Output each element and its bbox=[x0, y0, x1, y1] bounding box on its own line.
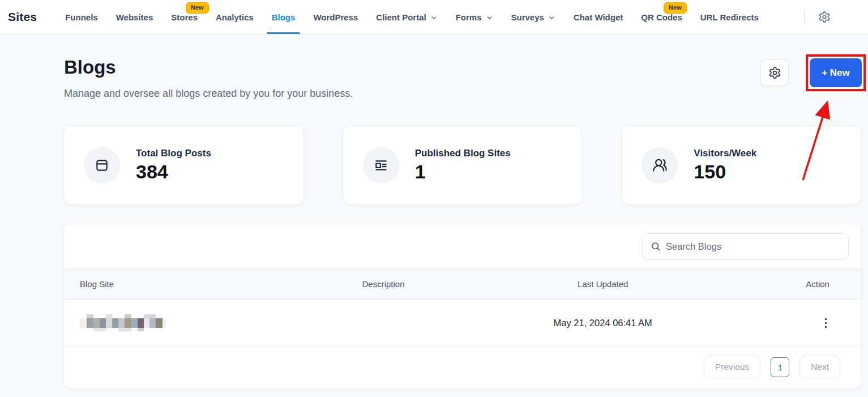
nav-item-analytics[interactable]: Analytics bbox=[216, 0, 254, 34]
stat-card-published-blog-sites: Published Blog Sites 1 bbox=[343, 125, 583, 205]
page-number-button[interactable]: 1 bbox=[771, 357, 789, 377]
pagination: Previous 1 Next bbox=[64, 345, 862, 389]
nav-item-surveys[interactable]: Surveys bbox=[511, 0, 555, 34]
nav-item-funnels[interactable]: Funnels bbox=[65, 0, 98, 34]
page-title: Blogs bbox=[64, 57, 116, 78]
chevron-down-icon bbox=[486, 14, 493, 22]
kebab-menu-icon bbox=[824, 318, 827, 328]
last-updated-cell: May 21, 2024 06:41 AM bbox=[554, 318, 652, 328]
column-header-description: Description bbox=[362, 279, 404, 289]
nav-item-chat-widget[interactable]: Chat Widget bbox=[574, 0, 623, 34]
column-header-action: Action bbox=[806, 279, 862, 289]
nav-item-websites[interactable]: Websites bbox=[116, 0, 153, 34]
new-badge: New bbox=[664, 2, 687, 14]
stat-value: 384 bbox=[136, 161, 211, 183]
next-page-button[interactable]: Next bbox=[799, 356, 840, 378]
search-input[interactable] bbox=[666, 241, 840, 252]
blog-site-name-redacted bbox=[64, 314, 280, 331]
row-actions-kebab-button[interactable] bbox=[822, 315, 829, 331]
action-cell bbox=[822, 315, 862, 331]
nav-item-qr-codes[interactable]: QR Codes New bbox=[641, 0, 682, 34]
sites-brand: Sites bbox=[8, 10, 37, 24]
page-subtitle: Manage and oversee all blogs created by … bbox=[64, 88, 353, 100]
top-nav: Sites Funnels Websites Stores New Analyt… bbox=[0, 0, 868, 35]
nav-item-url-redirects[interactable]: URL Redirects bbox=[700, 0, 759, 34]
search-box bbox=[642, 233, 849, 259]
published-sites-icon bbox=[363, 147, 399, 183]
nav-right bbox=[804, 0, 868, 34]
blog-settings-button[interactable] bbox=[760, 59, 789, 86]
new-blog-button[interactable]: + New bbox=[810, 58, 862, 87]
nav-item-stores[interactable]: Stores New bbox=[171, 0, 198, 34]
nav-divider bbox=[804, 10, 805, 24]
new-badge: New bbox=[186, 2, 209, 14]
stat-label: Published Blog Sites bbox=[415, 148, 511, 159]
stat-card-total-blog-posts: Total Blog Posts 384 bbox=[63, 125, 304, 205]
nav-items: Funnels Websites Stores New Analytics Bl… bbox=[65, 0, 759, 34]
chevron-down-icon bbox=[548, 14, 555, 22]
stat-label: Total Blog Posts bbox=[136, 148, 211, 159]
blogs-table-card: Blog Site Description Last Updated Actio… bbox=[63, 223, 862, 389]
search-icon bbox=[651, 241, 661, 251]
column-header-blog-site: Blog Site bbox=[64, 279, 280, 289]
nav-item-forms[interactable]: Forms bbox=[456, 0, 493, 34]
stats-row: Total Blog Posts 384 Published Blog Site… bbox=[63, 125, 862, 205]
chevron-down-icon bbox=[430, 14, 438, 22]
visitors-icon bbox=[642, 147, 678, 183]
blog-posts-icon bbox=[84, 147, 120, 183]
previous-page-button[interactable]: Previous bbox=[704, 356, 760, 378]
stat-value: 150 bbox=[694, 161, 756, 183]
table-row[interactable]: May 21, 2024 06:41 AM bbox=[64, 300, 862, 347]
stat-card-visitors-week: Visitors/Week 150 bbox=[621, 125, 862, 205]
gear-icon bbox=[768, 66, 781, 79]
table-header-row: Blog Site Description Last Updated Actio… bbox=[64, 268, 862, 300]
stat-label: Visitors/Week bbox=[694, 148, 756, 159]
column-header-last-updated: Last Updated bbox=[578, 279, 628, 289]
redacted-pixelated-text bbox=[80, 314, 166, 331]
settings-gear-icon[interactable] bbox=[818, 11, 831, 23]
stat-value: 1 bbox=[415, 161, 511, 183]
nav-item-blogs[interactable]: Blogs bbox=[272, 0, 296, 34]
nav-item-wordpress[interactable]: WordPress bbox=[313, 0, 358, 34]
nav-item-client-portal[interactable]: Client Portal bbox=[376, 0, 437, 34]
blogs-page: Sites Funnels Websites Stores New Analyt… bbox=[0, 0, 868, 397]
